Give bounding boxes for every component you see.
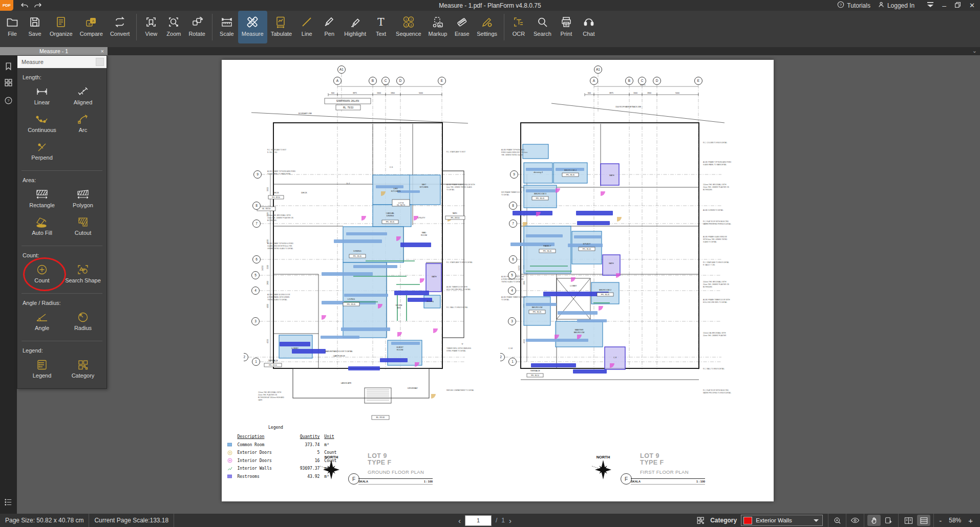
help-icon[interactable]: ?: [4, 96, 13, 107]
svg-text:GLASS PANEL TO MAIN DETAIL: GLASS PANEL TO MAIN DETAIL: [267, 173, 291, 175]
page-separator: /: [496, 517, 497, 524]
svg-text:N: 300, T: 300: N: 300, T: 300: [267, 151, 277, 153]
tool-convert[interactable]: Convert: [106, 11, 134, 43]
tool-print[interactable]: Print: [555, 11, 578, 43]
tool-arc[interactable]: Arc: [62, 110, 103, 138]
new-page-icon[interactable]: [882, 515, 895, 526]
measure-search-input[interactable]: [17, 58, 96, 65]
tool-rectangle[interactable]: Rectangle: [22, 185, 62, 213]
tab-measure-1[interactable]: Measure - 1 ×: [0, 47, 108, 55]
logged-in-button[interactable]: Logged In: [878, 1, 914, 10]
area-purple-icon: [225, 474, 237, 478]
tool-sequence[interactable]: 1234 Sequence: [392, 11, 425, 43]
main-area: ? 12875600387516001800500039502500450025…: [0, 55, 980, 514]
close-button[interactable]: ✕: [969, 2, 975, 9]
svg-text:ALUM. FRAME TIMBER DOOR WITH: ALUM. FRAME TIMBER DOOR WITH: [703, 299, 730, 301]
svg-text:FFL. 83.45: FFL. 83.45: [386, 221, 395, 223]
svg-text:C: C: [385, 79, 387, 82]
zoom-area-icon[interactable]: [830, 515, 844, 526]
tool-chat[interactable]: Chat: [578, 11, 600, 43]
tool-pen[interactable]: Pen: [318, 11, 340, 43]
tool-file[interactable]: File: [1, 11, 24, 43]
first-floor-plan-drawing: 1287560038751600180050003950250045002500…: [500, 62, 733, 432]
visibility-eye-icon[interactable]: [848, 515, 862, 526]
svg-text:A: A: [92, 19, 94, 23]
tool-markup[interactable]: Markup: [425, 11, 451, 43]
tool-scale[interactable]: Scale: [216, 11, 238, 43]
fmark-left: F: [348, 473, 359, 485]
tool-settings[interactable]: Settings: [473, 11, 501, 43]
tool-continuous[interactable]: Continuous: [22, 110, 62, 138]
document-viewport[interactable]: 1287560038751600180050003950250045002500…: [17, 55, 980, 514]
svg-text:E: E: [697, 79, 700, 82]
svg-text:R.C. STAIRCASE TO ENG'S DETAIL: R.C. STAIRCASE TO ENG'S DETAIL: [703, 261, 729, 264]
svg-text:D: D: [399, 79, 402, 82]
svg-text:24250: 24250: [262, 266, 264, 271]
tool-line[interactable]: Line: [295, 11, 318, 43]
two-docs-ab-icon: BA: [84, 14, 98, 30]
tool-angle[interactable]: Angle: [22, 308, 62, 336]
zoom-in-button[interactable]: +: [968, 516, 973, 525]
scroll-view-icon[interactable]: [917, 515, 930, 526]
tool-measure[interactable]: Measure: [238, 11, 267, 43]
tool-view[interactable]: View: [140, 11, 162, 43]
restore-button[interactable]: [954, 2, 961, 10]
svg-text:B: B: [89, 23, 91, 26]
apps-grid-icon[interactable]: [4, 78, 13, 89]
tool-zoom[interactable]: Zoom: [162, 11, 185, 43]
tool-save[interactable]: Save: [24, 11, 46, 43]
tool-category[interactable]: Category: [62, 356, 103, 383]
svg-text:9: 9: [257, 172, 259, 176]
tool-ocr[interactable]: OCR: [507, 11, 530, 43]
two-page-view-icon[interactable]: [902, 515, 915, 526]
minimize-button[interactable]: –: [942, 2, 946, 10]
svg-text:BEDROOM 2: BEDROOM 2: [599, 289, 612, 291]
tabbar-chevron-icon[interactable]: ⌄: [972, 47, 977, 54]
tool-organize[interactable]: Organize: [46, 11, 76, 43]
page-number-input[interactable]: [465, 515, 492, 526]
layers-list-icon[interactable]: [4, 498, 13, 509]
tool-autofill[interactable]: Auto Fill: [22, 213, 62, 240]
tool-polygon[interactable]: Polygon: [62, 185, 103, 213]
logged-in-label: Logged In: [887, 2, 914, 9]
tool-tabulate[interactable]: Tabulate: [267, 11, 296, 43]
linear-icon: [35, 85, 49, 98]
tool-text[interactable]: T Text: [370, 11, 392, 43]
prev-page-button[interactable]: ‹: [458, 516, 461, 525]
pan-hand-icon[interactable]: [867, 515, 881, 526]
svg-text:2: 2: [410, 18, 412, 21]
tool-legend[interactable]: Legend: [22, 356, 62, 383]
tool-cutout[interactable]: Cutout: [62, 213, 103, 240]
tool-rotate[interactable]: Rotate: [185, 11, 208, 43]
svg-text:8: 8: [255, 204, 258, 207]
svg-text:R.C. STAIRCASE TO ENG'S DETAIL: R.C. STAIRCASE TO ENG'S DETAIL: [446, 261, 473, 264]
fmark-right: F: [621, 473, 632, 485]
tool-highlight[interactable]: Highlight: [340, 11, 370, 43]
undo-icon[interactable]: [20, 2, 29, 10]
rotate-shapes-icon: [190, 14, 204, 30]
svg-text:RL. 79.53: RL. 79.53: [343, 106, 353, 109]
tool-erase[interactable]: Erase: [451, 11, 473, 43]
tool-radius[interactable]: Radius: [62, 308, 103, 336]
next-page-button[interactable]: ›: [509, 516, 512, 525]
tutorials-button[interactable]: ? Tutorials: [837, 1, 870, 10]
tool-perpend[interactable]: Perpend: [22, 138, 62, 165]
svg-text:MAIN ENTRANCE DOOR TO DETAIL: MAIN ENTRANCE DOOR TO DETAIL: [325, 350, 353, 353]
redo-icon[interactable]: [34, 2, 42, 10]
bookmark-icon[interactable]: [4, 61, 13, 73]
tool-compare[interactable]: BA Compare: [76, 11, 106, 43]
tool-search[interactable]: Search: [530, 11, 555, 43]
tool-count[interactable]: Count: [22, 260, 62, 288]
pdf-page[interactable]: 1287560038751600180050003950250045002500…: [222, 60, 774, 501]
tool-aligned[interactable]: Aligned: [62, 82, 103, 110]
tab-close-icon[interactable]: ×: [101, 47, 104, 55]
panel-header-button[interactable]: [96, 58, 104, 66]
tray-dropdown-icon[interactable]: [927, 2, 934, 9]
headset-icon: [583, 14, 595, 30]
zoom-out-button[interactable]: -: [939, 516, 942, 525]
category-dropdown[interactable]: Exterior Walls: [741, 515, 823, 526]
pdf-logo[interactable]: PDF: [0, 0, 13, 11]
tool-linear[interactable]: Linear: [22, 82, 62, 110]
tool-search-shape[interactable]: Search Shape: [62, 260, 103, 288]
svg-text:3: 3: [254, 319, 257, 323]
